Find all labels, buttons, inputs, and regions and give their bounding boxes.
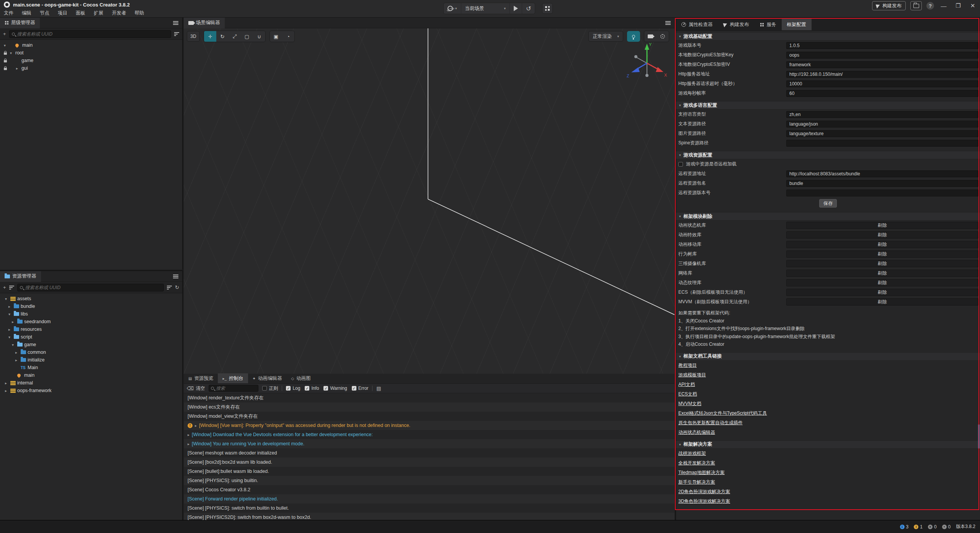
menu-item[interactable]: 扩展 bbox=[94, 10, 103, 16]
log-row[interactable]: [Scene] [bullet]:bullet wasm lib loaded. bbox=[184, 467, 675, 476]
property-input[interactable] bbox=[786, 80, 978, 87]
expand-chevron[interactable]: ▸ bbox=[195, 423, 197, 428]
doc-link[interactable]: 3D角色扮演游戏解决方案 bbox=[676, 497, 980, 506]
asset-node[interactable]: ▸common bbox=[0, 348, 182, 356]
property-input[interactable] bbox=[786, 52, 978, 59]
doc-link[interactable]: 战棋游戏框架 bbox=[676, 449, 980, 458]
property-input[interactable] bbox=[786, 71, 978, 78]
help-button[interactable]: ? bbox=[926, 2, 934, 10]
save-button[interactable]: 保存 bbox=[819, 199, 837, 208]
log-row[interactable]: ▸[Window] Download the Vue Devtools exte… bbox=[184, 430, 675, 439]
remote-load-checkbox-row[interactable]: 游戏中资源是否远程加载 bbox=[676, 159, 980, 169]
lighting-toggle-button[interactable] bbox=[627, 31, 640, 42]
log-row[interactable]: [Scene] Cocos Creator v3.8.2 bbox=[184, 485, 675, 494]
doc-link[interactable]: 新手引导解决方案 bbox=[676, 477, 980, 487]
minimize-button[interactable]: — bbox=[939, 3, 949, 9]
menu-item[interactable]: 节点 bbox=[40, 10, 49, 16]
hierarchy-search-input[interactable] bbox=[17, 31, 168, 37]
add-asset-button[interactable]: + bbox=[3, 284, 6, 290]
menu-item[interactable]: 面板 bbox=[76, 10, 85, 16]
filter-error[interactable]: ✓Error bbox=[352, 386, 369, 391]
expand-chevron[interactable]: ▾ bbox=[12, 343, 17, 347]
scene-settings-button[interactable] bbox=[657, 31, 669, 42]
assets-search-input[interactable] bbox=[25, 285, 162, 290]
remove-module-button[interactable]: 剔除 bbox=[786, 289, 978, 296]
expand-chevron[interactable]: ▸ bbox=[12, 320, 17, 324]
hierarchy-node[interactable]: game bbox=[0, 57, 182, 64]
expand-chevron[interactable]: ▸ bbox=[188, 433, 189, 437]
console-tab-资源预览[interactable]: ▤资源预览 bbox=[184, 373, 218, 383]
remove-module-button[interactable]: 剔除 bbox=[786, 241, 978, 248]
pivot-toggle-button[interactable]: ▣ bbox=[270, 31, 282, 42]
doc-link[interactable]: 游戏模板项目 bbox=[676, 370, 980, 380]
expand-chevron[interactable]: ▸ bbox=[5, 381, 10, 385]
asset-node[interactable]: ▾assets bbox=[0, 295, 182, 302]
console-tab-动画图[interactable]: ◇动画图 bbox=[286, 373, 315, 383]
scene-select[interactable]: 当前场景 ▾ bbox=[461, 3, 510, 14]
scene-editor-tab[interactable]: 场景编辑器 bbox=[184, 18, 225, 28]
remove-module-button[interactable]: 剔除 bbox=[786, 270, 978, 277]
clear-console-button[interactable]: ⌫ 清空 bbox=[187, 385, 205, 392]
filter-icon[interactable] bbox=[174, 32, 179, 36]
rect-tool-button[interactable]: ▢ bbox=[241, 31, 253, 42]
log-row[interactable]: [Scene] [PHYSICS2D]: switch from box2d-w… bbox=[184, 513, 675, 520]
doc-link[interactable]: MVVM文档 bbox=[676, 399, 980, 409]
assets-search[interactable] bbox=[17, 284, 164, 291]
refresh-icon[interactable]: ↻ bbox=[175, 284, 179, 290]
doc-link[interactable]: ECS文档 bbox=[676, 389, 980, 399]
expand-chevron[interactable]: ▾ bbox=[8, 335, 14, 339]
property-input[interactable] bbox=[786, 140, 978, 147]
property-input[interactable] bbox=[786, 180, 978, 187]
menu-item[interactable]: 开发者 bbox=[112, 10, 126, 16]
expand-chevron[interactable]: ▸ bbox=[188, 442, 189, 446]
section-header[interactable]: ▾框架文档工具链接 bbox=[676, 352, 980, 361]
inspector-tab-构建发布[interactable]: 构建发布 bbox=[718, 19, 755, 30]
log-row[interactable]: !▸[Window] [Vue warn]: Property "onInput… bbox=[184, 421, 675, 430]
panel-menu-icon[interactable] bbox=[173, 23, 178, 23]
remove-module-button[interactable]: 剔除 bbox=[786, 222, 978, 229]
console-search-input[interactable] bbox=[216, 386, 256, 391]
render-mode-select[interactable]: 正常渲染 ▾ bbox=[588, 31, 623, 42]
hierarchy-tab[interactable]: 层级管理器 bbox=[0, 18, 40, 28]
asset-node[interactable]: ▸oops-framework bbox=[0, 387, 182, 394]
menu-item[interactable]: 文件 bbox=[4, 10, 13, 16]
log-row[interactable]: ▸[Window] You are running Vue in develop… bbox=[184, 439, 675, 448]
asset-node[interactable]: ▸initialize bbox=[0, 356, 182, 364]
log-row[interactable]: [Scene] meshopt wasm decoder initialized bbox=[184, 448, 675, 458]
asset-node[interactable]: TSMain bbox=[0, 364, 182, 371]
coordinate-toggle-button[interactable]: ◔ bbox=[282, 31, 294, 42]
asset-node[interactable]: ▸seedrandom bbox=[0, 318, 182, 325]
menu-item[interactable]: 帮助 bbox=[135, 10, 144, 16]
scrollbar-thumb[interactable] bbox=[978, 424, 980, 449]
panel-menu-icon[interactable] bbox=[173, 276, 178, 277]
section-header[interactable]: ▾游戏资源配置 bbox=[676, 151, 980, 159]
scene-viewport[interactable]: Y X Z bbox=[184, 28, 675, 374]
asset-node[interactable]: ▸internal bbox=[0, 379, 182, 387]
asset-node[interactable]: ▾script bbox=[0, 333, 182, 341]
filter-info[interactable]: ✓Info bbox=[305, 386, 319, 391]
property-input[interactable] bbox=[786, 130, 978, 137]
log-row[interactable]: [Window] model_view文件夹存在 bbox=[184, 412, 675, 421]
doc-link[interactable]: 原生包热更新配置自动生成插件 bbox=[676, 418, 980, 428]
move-tool-button[interactable]: ✛ bbox=[204, 31, 216, 42]
expand-chevron[interactable]: ▸ bbox=[15, 350, 21, 355]
property-input[interactable] bbox=[786, 170, 978, 177]
property-input[interactable] bbox=[786, 111, 978, 118]
remove-module-button[interactable]: 剔除 bbox=[786, 231, 978, 239]
asset-node[interactable]: ▸bundle bbox=[0, 302, 182, 310]
hierarchy-node[interactable]: ▾main bbox=[0, 41, 182, 49]
expand-chevron[interactable]: ▸ bbox=[5, 389, 10, 393]
console-tab-动画编辑器[interactable]: ✦动画编辑器 bbox=[248, 373, 287, 383]
property-input[interactable] bbox=[786, 190, 978, 196]
log-row[interactable]: [Window] render_texture文件夹存在 bbox=[184, 393, 675, 402]
hierarchy-node[interactable]: ▸gui bbox=[0, 64, 182, 72]
asset-node[interactable]: ▾libs bbox=[0, 310, 182, 318]
sort-icon[interactable] bbox=[9, 286, 14, 289]
log-row[interactable]: [Window] ecs文件夹存在 bbox=[184, 402, 675, 412]
property-input[interactable] bbox=[786, 61, 978, 68]
3d-mode-button[interactable]: 3D bbox=[187, 31, 200, 42]
remove-module-button[interactable]: 剔除 bbox=[786, 250, 978, 258]
expand-chevron[interactable]: ▾ bbox=[5, 297, 10, 301]
assets-tab[interactable]: 资源管理器 bbox=[0, 271, 41, 282]
menu-item[interactable]: 项目 bbox=[58, 10, 67, 16]
